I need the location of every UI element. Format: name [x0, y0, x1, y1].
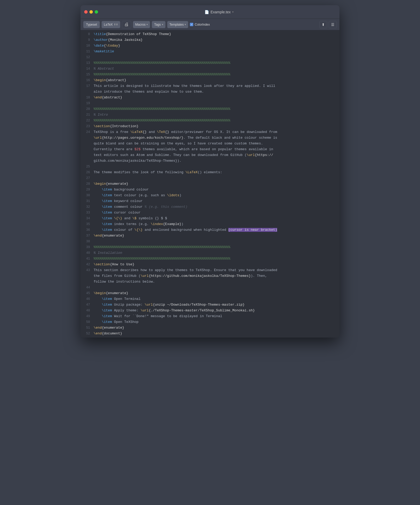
token-brace: {} [143, 130, 147, 134]
token-normal: comment colour [112, 205, 145, 209]
line-content: \end{enumerate} [94, 233, 338, 239]
line-content: text editors such as Atom and Sublime. T… [94, 152, 338, 158]
line-content: \item Apply theme: \url{./TeXShop-Themes… [94, 308, 338, 313]
token-cmd-yellow: \{\} [114, 216, 122, 220]
line-number: 51 [82, 325, 90, 331]
editor-line: 27 [81, 175, 339, 181]
token-normal: Currently there are [94, 147, 134, 151]
line-number: 31 [82, 198, 90, 204]
token-brace: { [104, 44, 106, 48]
line-content: %%%%%%%%%%%%%%%%%%%%%%%%%%%%%%%%%%%%%%%%… [94, 244, 338, 250]
line-number: 43 [82, 267, 90, 273]
title-area: 📄 Example.tex ▾ [102, 10, 336, 14]
line-content: \item cursor colour [94, 210, 338, 216]
editor-line: github.com/monikajaskolka/TeXShop-Themes… [81, 158, 339, 164]
titlebar: 📄 Example.tex ▾ [81, 5, 339, 19]
line-number: 46 [82, 296, 90, 302]
token-brace: {How to Use} [110, 262, 134, 266]
share-button[interactable]: ⬆ [319, 21, 327, 28]
line-content: \date{\today} [94, 43, 338, 49]
line-number: 16 [82, 77, 90, 83]
line-content: %%%%%%%%%%%%%%%%%%%%%%%%%%%%%%%%%%%%%%%%… [94, 118, 338, 124]
line-content: \begin{enumerate} [94, 290, 338, 296]
line-number: 28 [82, 181, 90, 187]
line-number: 41 [82, 256, 90, 262]
line-number: 23 [82, 124, 90, 129]
line-number: 8 [82, 31, 90, 37]
macros-select[interactable]: Macros ▾ [133, 21, 150, 28]
token-cmd-yellow: \{\} [134, 228, 143, 232]
line-number: 11 [82, 49, 90, 54]
line-content: TeXShop is a free \LaTeX{} and \TeX{} ed… [94, 129, 338, 135]
maximize-button[interactable] [95, 10, 98, 14]
latex-select-arrows-icon: ⬆⬇ [114, 23, 118, 26]
line-number: 21 [82, 112, 90, 118]
token-comment-light: % Installation [94, 251, 122, 255]
editor-line: 22%%%%%%%%%%%%%%%%%%%%%%%%%%%%%%%%%%%%%%… [81, 118, 339, 124]
token-wavy: %%%%%%%%%%%%%%%%%%%%%%%%%%%%%%%%%%%%%%%%… [94, 245, 230, 249]
line-number: 37 [82, 233, 90, 239]
line-content: \end{enumerate} [94, 325, 338, 331]
token-brace: {https://github.com/monikajaskolka/TeXSh… [149, 274, 251, 278]
token-normal: and [122, 216, 132, 220]
colorindex-checkbox[interactable]: ✓ [190, 23, 193, 26]
editor[interactable]: 8\title{Demonstration of TeXShop Theme}9… [81, 30, 339, 338]
token-normal [94, 297, 102, 301]
traffic-lights [84, 10, 98, 14]
print-button[interactable]: 🖨 [122, 21, 131, 28]
token-math: $2$ [134, 147, 140, 151]
token-normal: Wait for ``Done!" message to be displaye… [112, 314, 222, 318]
token-highlight-bracket: (cursor is near bracket) [228, 228, 277, 232]
token-brace: {enumerate} [102, 234, 124, 238]
grid-button[interactable]: ☰ [329, 21, 337, 28]
token-normal: index terms (e.g. [112, 222, 151, 226]
typeset-button[interactable]: Typeset [83, 21, 100, 28]
token-cmd-yellow: \$ [132, 216, 137, 220]
token-brace: {abstract} [102, 96, 122, 99]
editor-line: 38 [81, 239, 339, 244]
line-number: 44 [82, 285, 90, 290]
token-normal [94, 193, 102, 197]
line-content: \end{document} [94, 331, 338, 336]
line-content: %%%%%%%%%%%%%%%%%%%%%%%%%%%%%%%%%%%%%%%%… [94, 256, 338, 262]
macros-select-label: Macros [135, 23, 145, 26]
token-item-kw: \item [102, 308, 112, 312]
token-kw2: \begin [94, 78, 106, 82]
line-number: 26 [82, 170, 90, 175]
editor-line: 15%%%%%%%%%%%%%%%%%%%%%%%%%%%%%%%%%%%%%%… [81, 72, 339, 77]
templates-select[interactable]: Templates ▾ [167, 21, 189, 28]
latex-select[interactable]: LaTeX ⬆⬇ [101, 21, 120, 28]
editor-line: 9\author{Monika Jaskolka} [81, 37, 339, 43]
token-kw: \title [94, 32, 106, 36]
line-content: % Intro [94, 112, 338, 118]
token-normal: Unzip package: [112, 303, 145, 307]
line-content: \url{http://pages.uoregon.edu/koch/texsh… [94, 135, 338, 141]
token-brace: {https:// [255, 153, 273, 157]
token-normal: keyword colour [112, 199, 143, 203]
minimize-button[interactable] [89, 10, 93, 14]
line-number: 32 [82, 204, 90, 210]
line-number: 19 [82, 100, 90, 106]
token-kw2: \end [94, 332, 102, 335]
token-brace: {unzip ~/Downloads/TeXShop-Themes-master… [153, 303, 245, 307]
line-content: also introduce the themes and explain ho… [94, 89, 338, 95]
editor-line: 47 \item Unzip package: \url{unzip ~/Dow… [81, 302, 339, 308]
token-wavy: %%%%%%%%%%%%%%%%%%%%%%%%%%%%%%%%%%%%%%%%… [94, 107, 230, 111]
close-button[interactable] [84, 10, 88, 14]
token-item-kw: \item [102, 188, 112, 192]
editor-line: 43This section describes how to apply th… [81, 267, 339, 273]
editor-line: 13%%%%%%%%%%%%%%%%%%%%%%%%%%%%%%%%%%%%%%… [81, 60, 339, 66]
token-brace: {enumerate} [102, 326, 124, 330]
line-content: \title{Demonstration of TeXShop Theme} [94, 31, 338, 37]
editor-line: 19 [81, 100, 339, 106]
editor-line: 17This article is designed to illustrate… [81, 83, 339, 89]
tags-select[interactable]: Tags ▾ [152, 21, 165, 28]
editor-line: 49 \item Wait for ``Done!" message to be… [81, 313, 339, 319]
line-number: 18 [82, 95, 90, 100]
token-kw2: \begin [94, 291, 106, 295]
token-normal: text editors such as Atom and Sublime. T… [94, 153, 247, 157]
token-normal: and enclosed background when highlighted [143, 228, 228, 232]
token-normal: the files from GitHub ( [94, 274, 140, 278]
line-content: \author{Monika Jaskolka} [94, 37, 338, 43]
line-number: 13 [82, 60, 90, 66]
